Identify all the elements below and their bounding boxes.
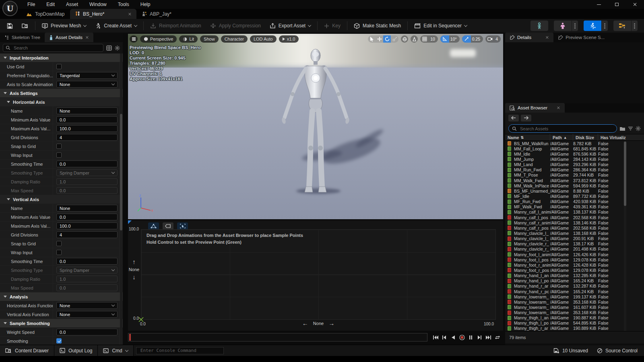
asset-row[interactable]: Manny_thigh_l_po/All/Game544.895 KiBFals… [505,321,644,326]
asset-row[interactable]: Manny_foot_l_anim/All/Game126.426 KiBFal… [505,252,644,257]
close-tab-icon[interactable] [128,12,131,16]
playback-speed-button[interactable]: x1.0 [279,35,299,43]
character-menu-button[interactable]: Character [221,35,248,43]
input-damping-ratio[interactable]: 1.0 [56,178,118,185]
input-minimum-axis-value[interactable]: 0.0 [56,116,118,123]
asset-row[interactable]: Manny_calf_r_pos/All/Game202.568 KiBFals… [505,225,644,230]
asset-row[interactable]: Manny_hand_l_an/All/Game132.285 KiBFalse [505,273,644,278]
details-search-input[interactable] [13,45,101,51]
asset-row[interactable]: Manny_foot_r_anim/All/Game126.428 KiBFal… [505,262,644,267]
animation-mode-button[interactable] [584,21,601,31]
column-header-disk-size[interactable]: Disk Size [573,134,598,141]
scale-snap-control[interactable]: 0.25 [462,35,483,43]
asset-row[interactable]: MF_Idle/All/Game897.732 KiBFalse [505,193,644,199]
move-tool-button[interactable] [376,35,383,43]
step-back-button[interactable] [440,333,448,341]
menu-asset[interactable]: Asset [61,0,83,8]
input-max-speed[interactable]: 0.0 [56,284,118,291]
tab-asset-details[interactable]: Asset Details [45,33,93,42]
tab-bs-hero[interactable]: BS_Hero* [70,9,136,19]
blueprint-mode-options-button[interactable] [632,21,638,31]
column-header-name[interactable]: Name⇅ [505,134,550,141]
mesh-mode-button[interactable] [554,21,572,31]
asset-row[interactable]: Manny_clavicle_l_/All/Game138.168 KiBFal… [505,230,644,236]
column-header-path[interactable]: Path▲ [550,134,573,141]
preview-mesh-button[interactable]: Preview Mesh [37,19,91,33]
rotate-tool-button[interactable] [383,35,391,43]
source-control-button[interactable]: Source Control [597,348,638,354]
asset-row[interactable]: Manny_lowerarm_/All/Game199.137 KiBFalse [505,294,644,299]
dropdown-vertical-axis-function[interactable]: None [56,311,118,318]
asset-row[interactable]: Manny_lowerarm_/All/Game353.168 KiBFalse [505,310,644,315]
console-command-input[interactable] [140,348,220,354]
tab-details[interactable]: Details [505,33,553,42]
asset-row[interactable]: MM_Walk_Fwd/All/Game373.812 KiBFalse [505,178,644,183]
select-tool-button[interactable] [368,35,376,43]
dropdown-smoothing-type[interactable]: Spring Damper [56,267,118,274]
tab-topdownmap[interactable]: TopDownMap [22,9,70,19]
section-header-axis-settings[interactable]: Axis Settings [0,89,123,98]
step-forward-button[interactable] [475,333,484,341]
checkbox-wrap-input[interactable] [56,250,62,255]
go-to-end-button[interactable] [484,333,493,341]
asset-row[interactable]: BS_MF_Unarmed_/All/Game8.88 KiBFalse [505,188,644,193]
asset-row[interactable]: MM_Idle/All/Game876.596 KiBFalse [505,151,644,156]
lit-mode-button[interactable]: Lit [179,35,198,43]
asset-list[interactable]: BS_MM_WalkRun/All/Game8.782 KiBFalseMM_F… [505,141,644,331]
surface-snapping-button[interactable] [411,35,418,43]
asset-row[interactable]: MM_Run_Fwd/All/Game286.364 KiBFalse [505,167,644,173]
asset-search-box[interactable] [508,124,617,133]
input-minimum-axis-value[interactable]: 0.0 [56,214,118,220]
play-reverse-button[interactable] [449,333,457,341]
details-search-box[interactable] [3,44,103,52]
save-button[interactable] [2,19,17,33]
tab-preview-scene-settings[interactable]: Preview Scene S... [553,33,609,42]
section-header-vertical-axis[interactable]: Vertical Axis [0,195,123,204]
preview-viewport[interactable]: Perspective Lit Show Character LOD Auto … [128,34,503,219]
perspective-button[interactable]: Perspective [140,35,177,43]
blueprint-mode-button[interactable] [613,21,631,31]
asset-row[interactable]: MF_Walk_Fwd/All/Game439.361 KiBFalse [505,204,644,210]
close-tab-icon[interactable] [545,36,549,39]
asset-row[interactable]: Manny_hand_r_pc/All/Game165.24 KiBFalse [505,289,644,294]
checkbox-wrap-input[interactable] [56,152,62,158]
show-sample-labels-button[interactable] [163,222,173,230]
input-maximum-axis-val[interactable]: 100.0 [56,222,118,229]
lod-auto-button[interactable]: LOD Auto [250,35,277,43]
key-button[interactable]: Key [320,19,345,33]
input-max-speed[interactable]: 0.0 [56,187,118,194]
show-menu-button[interactable]: Show [200,35,219,43]
asset-row[interactable]: Manny_calf_r_anim/All/Game138.146 KiBFal… [505,220,644,225]
make-static-mesh-button[interactable]: Make Static Mesh [349,19,405,33]
settings-gear-icon[interactable] [636,126,641,131]
pause-button[interactable] [466,333,475,341]
browse-to-asset-button[interactable] [17,19,33,33]
console-command-field[interactable] [136,347,224,354]
edit-in-sequencer-button[interactable]: Edit in Sequencer [410,19,471,33]
scrollbar-thumb[interactable] [624,142,626,206]
y-axis-control[interactable]: ↑ None ↓ [129,259,139,280]
display-filter-icon[interactable] [106,45,112,51]
show-triangulation-button[interactable] [148,222,159,230]
asset-row[interactable]: Manny_lowerarm_/All/Game353.168 KiBFalse [505,299,644,304]
dropdown-axis-to-scale-animation[interactable]: None [56,81,118,88]
record-button[interactable] [458,333,466,341]
checkbox-snap-to-grid[interactable] [56,144,62,149]
asset-row[interactable]: Manny_clavicle_r_/All/Game138.17 KiBFals… [505,241,644,247]
dropdown-smoothing-type[interactable]: Spring Damper [56,169,118,176]
settings-gear-icon[interactable] [115,45,120,51]
menu-tools[interactable]: Tools [113,0,134,8]
dropdown-preferred-triangulatio[interactable]: Tangential [56,72,118,79]
asset-row[interactable]: Manny_clavicle_r_/All/Game201.498 KiBFal… [505,247,644,252]
asset-row[interactable]: Manny_calf_l_pos/All/Game202.568 KiBFals… [505,215,644,220]
create-asset-button[interactable]: Create Asset [91,19,141,33]
asset-row[interactable]: Manny_thigh_l_an/All/Game190.887 KiBFals… [505,315,644,321]
grid-snap-control[interactable]: 10 [420,35,438,43]
menu-help[interactable]: Help [136,0,155,8]
column-header-has-virtualized[interactable]: Has Virtualiz [598,134,644,141]
checkbox-use-grid[interactable] [56,64,62,69]
viewport-menu-button[interactable] [130,35,138,43]
input-grid-divisions[interactable]: 4 [56,134,118,141]
preview-character-mesh[interactable] [267,45,364,198]
mesh-mode-options-button[interactable] [572,21,578,31]
